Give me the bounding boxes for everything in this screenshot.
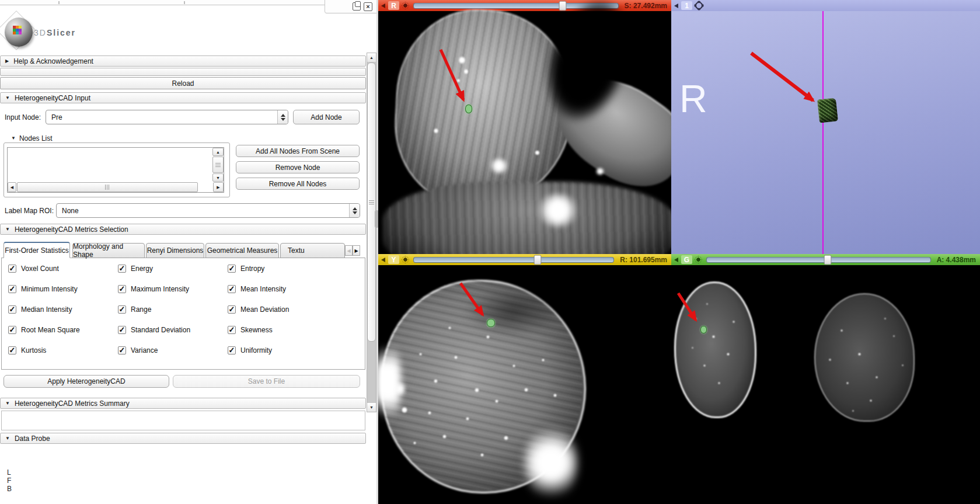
checkbox-variance[interactable]: ✓ Variance bbox=[118, 346, 158, 355]
listbox-scroll-down-icon[interactable]: ▼ bbox=[212, 173, 224, 182]
yellow-view-label[interactable]: Y bbox=[388, 255, 399, 264]
scroll-up-icon[interactable]: ▲ bbox=[367, 53, 376, 62]
check-icon: ✓ bbox=[9, 285, 16, 293]
tab-renyi-dimensions[interactable]: Renyi Dimensions bbox=[146, 243, 204, 258]
undock-panel-icon[interactable] bbox=[353, 2, 361, 11]
checkbox-median-intensity[interactable]: ✓ Median Intensity bbox=[8, 305, 72, 314]
listbox-hscroll-thumb[interactable] bbox=[17, 182, 198, 192]
slicer-application-window: × 3DSlicer ▶ Help & Acknowledgement Relo… bbox=[0, 0, 980, 504]
collapse-bar-icon[interactable] bbox=[674, 4, 678, 8]
view-settings-gear-icon[interactable] bbox=[695, 2, 703, 9]
help-acknowledgement-label: Help & Acknowledgement bbox=[13, 57, 93, 65]
reload-button[interactable]: Reload bbox=[0, 77, 366, 89]
input-node-combobox[interactable]: Pre bbox=[46, 110, 288, 124]
tab-geometrical-measures[interactable]: Geometrical Measures bbox=[205, 243, 279, 258]
checkbox-mean-deviation[interactable]: ✓ Mean Deviation bbox=[228, 305, 289, 314]
tab-label: Geometrical Measures bbox=[207, 246, 278, 255]
module-panel-scrollbar[interactable]: ▲ ▼ bbox=[367, 53, 376, 412]
save-to-file-button[interactable]: Save to File bbox=[173, 375, 360, 388]
green-slice-slider[interactable] bbox=[706, 257, 931, 263]
checkbox-entropy[interactable]: ✓ Entropy bbox=[228, 264, 264, 273]
threed-view-label[interactable]: 1 bbox=[681, 1, 692, 10]
yellow-slice-offset: R: 101.695mm bbox=[620, 256, 668, 264]
red-slice-canvas[interactable] bbox=[378, 11, 671, 254]
check-icon: ✓ bbox=[229, 346, 235, 354]
tab-label: Morphology and Shape bbox=[73, 242, 144, 259]
tab-morphology-and-shape[interactable]: Morphology and Shape bbox=[72, 243, 145, 258]
view-pin-icon[interactable] bbox=[402, 2, 409, 9]
nodes-list-title-label: Nodes List bbox=[19, 134, 53, 142]
checkbox-standard-deviation[interactable]: ✓ Standard Deviation bbox=[118, 325, 190, 335]
yellow-slice-slider[interactable] bbox=[413, 257, 614, 263]
listbox-scroll-left-icon[interactable]: ◀ bbox=[8, 182, 16, 192]
metrics-summary-header[interactable]: ▼ HeterogeneityCAD Metrics Summary bbox=[0, 398, 366, 409]
listbox-scroll-up-icon[interactable]: ▲ bbox=[212, 148, 224, 156]
help-acknowledgement-header[interactable]: ▶ Help & Acknowledgement bbox=[0, 55, 366, 67]
check-icon: ✓ bbox=[119, 326, 125, 333]
slider-handle[interactable] bbox=[559, 1, 567, 11]
red-view-label[interactable]: R bbox=[388, 1, 399, 10]
yellow-view-controller-bar: Y R: 101.695mm bbox=[378, 254, 671, 265]
threed-viewport: 1 R bbox=[671, 0, 980, 254]
green-slice-canvas[interactable] bbox=[671, 265, 980, 504]
collapse-bar-icon[interactable] bbox=[381, 4, 385, 8]
label-map-roi-combobox[interactable]: None bbox=[56, 203, 360, 218]
slider-handle[interactable] bbox=[534, 255, 542, 265]
expanded-arrow-icon: ▼ bbox=[5, 401, 10, 406]
checkbox-minimum-intensity[interactable]: ✓ Minimum Intensity bbox=[8, 284, 78, 294]
checkbox-root-mean-square[interactable]: ✓ Root Mean Square bbox=[8, 325, 80, 335]
add-all-nodes-button[interactable]: Add All Nodes From Scene bbox=[236, 145, 360, 157]
red-slice-offset: S: 27.492mm bbox=[625, 2, 668, 10]
tab-first-order-statistics[interactable]: First-Order Statistics bbox=[4, 242, 70, 258]
heterogeneitycad-input-header[interactable]: ▼ HeterogeneityCAD Input bbox=[0, 92, 366, 103]
slider-handle[interactable] bbox=[824, 255, 831, 265]
tab-label: Renyi Dimensions bbox=[147, 246, 204, 255]
nodes-list-title[interactable]: ▼ Nodes List bbox=[8, 134, 55, 142]
add-node-button[interactable]: Add Node bbox=[293, 110, 360, 124]
checkbox-uniformity[interactable]: ✓ Uniformity bbox=[228, 346, 272, 355]
checkbox-mean-intensity[interactable]: ✓ Mean Intensity bbox=[228, 284, 286, 294]
metrics-summary-box[interactable] bbox=[1, 411, 365, 430]
checkbox-skewness[interactable]: ✓ Skewness bbox=[228, 325, 273, 335]
collapse-bar-icon[interactable] bbox=[674, 258, 678, 262]
remove-all-nodes-button[interactable]: Remove All Nodes bbox=[236, 178, 360, 190]
green-view-label[interactable]: G bbox=[681, 255, 692, 264]
combobox-stepper-icon[interactable] bbox=[277, 110, 288, 124]
check-icon: ✓ bbox=[9, 305, 16, 313]
listbox-scroll-right-icon[interactable]: ▶ bbox=[213, 182, 224, 192]
tab-scroll-left-icon[interactable]: ◀ bbox=[345, 245, 353, 256]
combobox-stepper-icon[interactable] bbox=[349, 204, 360, 217]
checkbox-maximum-intensity[interactable]: ✓ Maximum Intensity bbox=[118, 284, 189, 294]
yellow-slice-canvas[interactable] bbox=[378, 265, 671, 504]
scrollbar-thumb[interactable] bbox=[367, 62, 376, 342]
remove-node-button[interactable]: Remove Node bbox=[236, 161, 360, 173]
tab-label: First-Order Statistics bbox=[5, 246, 68, 255]
data-probe-header[interactable]: ▼ Data Probe bbox=[0, 433, 366, 444]
label-map-roi-value: None bbox=[62, 207, 79, 215]
apply-button-label: Apply HeterogeneityCAD bbox=[47, 377, 125, 385]
scroll-down-icon[interactable]: ▼ bbox=[367, 403, 376, 412]
check-icon: ✓ bbox=[229, 305, 235, 313]
view-pin-icon[interactable] bbox=[402, 256, 409, 263]
checkbox-range[interactable]: ✓ Range bbox=[118, 305, 151, 314]
empty-section-bar bbox=[0, 68, 366, 76]
checkbox-energy[interactable]: ✓ Energy bbox=[118, 264, 153, 273]
data-probe-layer-labels: L F B bbox=[7, 468, 12, 493]
collapse-bar-icon[interactable] bbox=[381, 258, 385, 262]
checkbox-voxel-count[interactable]: ✓ Voxel Count bbox=[8, 264, 59, 273]
view-pin-icon[interactable] bbox=[695, 256, 702, 263]
input-node-label: Input Node: bbox=[5, 113, 41, 121]
tab-texture[interactable]: Textu bbox=[280, 243, 345, 258]
close-panel-icon[interactable]: × bbox=[364, 2, 372, 11]
metrics-selection-header[interactable]: ▼ HeterogeneityCAD Metrics Selection bbox=[0, 224, 366, 235]
label-map-roi-label: Label Map ROI: bbox=[5, 207, 54, 215]
annotation-arrow bbox=[378, 11, 671, 254]
checkbox-kurtosis[interactable]: ✓ Kurtosis bbox=[8, 346, 46, 355]
threed-canvas[interactable]: R bbox=[671, 11, 980, 254]
threed-view-controller-bar: 1 bbox=[671, 0, 980, 11]
listbox-vscroll-thumb[interactable] bbox=[212, 157, 224, 173]
tab-scroll-right-icon[interactable]: ▶ bbox=[353, 245, 360, 256]
apply-heterogeneitycad-button[interactable]: Apply HeterogeneityCAD bbox=[4, 375, 169, 388]
yellow-slice-viewport: Y R: 101.695mm bbox=[378, 254, 671, 504]
slicer-logo-grid-icon bbox=[13, 26, 16, 29]
